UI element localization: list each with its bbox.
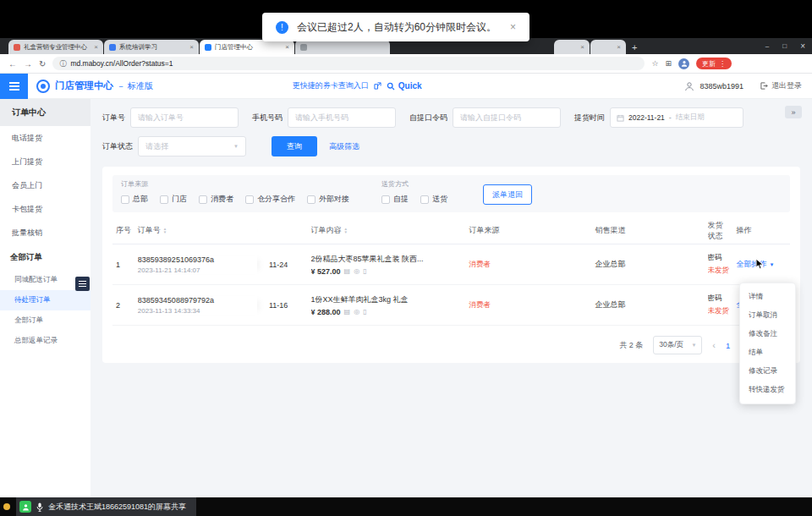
cell-ship-status: 密码 未发货 — [708, 253, 730, 276]
checkbox-delivery[interactable]: 送货 — [420, 194, 447, 205]
meeting-toast: ! 会议已超过2人，自动转为60分钟限时会议。 × — [262, 13, 529, 41]
site-info-icon[interactable]: ⓘ — [59, 59, 66, 69]
user-area: 8385wb1991 退出登录 — [684, 80, 812, 91]
username[interactable]: 8385wb1991 — [700, 82, 743, 91]
sidebar-item-phone-pickup[interactable]: 电话提货 — [0, 126, 91, 150]
sidebar-item-pending-orders[interactable]: 待处理订单 — [0, 290, 91, 310]
sort-icon[interactable]: ▲▼ — [163, 228, 167, 234]
checkbox-hq[interactable]: 总部 — [121, 194, 148, 205]
maximize-icon[interactable]: □ — [782, 42, 787, 50]
tab-close-icon[interactable]: × — [94, 43, 98, 51]
tab-close-icon[interactable]: × — [285, 43, 289, 51]
url-text: md.maboy.cn/AllOrder?status=1 — [70, 59, 173, 68]
sidebar-item-all-orders[interactable]: 全部订单 — [0, 310, 91, 331]
sidebar-item-member-visit[interactable]: 会员上门 — [0, 173, 91, 197]
delivery-method-label: 送货方式 — [381, 179, 447, 189]
header-order-content[interactable]: 订单内容 ▲▼ — [311, 225, 454, 236]
coupon-query-link[interactable]: 更快捷的券卡查询入口 — [293, 80, 369, 91]
main-content: » 订单号 手机号码 自提口令码 提货时间 — [91, 99, 812, 497]
sidebar-item-hq-return-records[interactable]: 总部返单记录 — [0, 331, 91, 351]
checkbox-warehouse-share[interactable]: 仓分享合作 — [245, 194, 295, 205]
logout-label: 退出登录 — [771, 80, 802, 91]
order-no: 83859345088979792a — [138, 296, 257, 305]
forward-icon[interactable]: → — [24, 59, 32, 69]
tab-mini-2[interactable]: × — [590, 40, 626, 54]
tab-store-center[interactable]: 门店管理中心 × — [200, 40, 294, 54]
tab-favicon — [109, 44, 116, 51]
advanced-filter-link[interactable]: 高级筛选 — [329, 141, 359, 152]
calendar-icon — [617, 114, 624, 122]
search-icon — [387, 82, 395, 91]
date-range-picker[interactable]: 2022-11-21 - 结束日期 — [610, 107, 743, 128]
date-start-value: 2022-11-21 — [628, 113, 665, 122]
header-order-source: 订单来源 — [453, 225, 588, 236]
pickup-code-label: 自提口令码 — [409, 113, 447, 124]
kebab-icon: ⋮ — [719, 60, 726, 68]
dispatch-return-button[interactable]: 派单退回 — [483, 184, 532, 205]
page-size-select[interactable]: 30条/页 ▼ — [653, 336, 702, 354]
ticket-icon: ◎ — [354, 267, 359, 275]
tab-close-icon[interactable]: × — [580, 43, 584, 51]
menu-item-close-order[interactable]: 结单 — [740, 343, 795, 362]
menu-toggle-button[interactable] — [0, 74, 28, 99]
current-page[interactable]: 1 — [726, 341, 730, 350]
tab-close-icon[interactable]: × — [617, 43, 621, 51]
tab-training[interactable]: 系统培训学习 × — [104, 40, 199, 54]
checkbox-consumer[interactable]: 消费者 — [199, 194, 233, 205]
extensions-icon[interactable]: ⊞ — [665, 59, 672, 68]
order-time: 2023-11-21 14:14:07 — [138, 266, 257, 274]
sidebar-section-all-orders[interactable]: 全部订单 — [0, 244, 91, 270]
tab-hidden[interactable] — [295, 40, 390, 54]
logout-button[interactable]: 退出登录 — [760, 80, 802, 91]
cell-order-no: 83859345088979792a 2023-11-13 14:33:34 — [138, 296, 257, 315]
close-window-icon[interactable]: × — [800, 41, 805, 51]
sidebar-item-batch-verify[interactable]: 批量核销 — [0, 221, 91, 244]
share-user-icon — [19, 501, 31, 513]
menu-item-cancel-order[interactable]: 订单取消 — [740, 306, 795, 325]
refresh-icon[interactable]: ↻ — [39, 59, 46, 69]
tab-mini-1[interactable]: × — [554, 40, 590, 54]
header-label: 订单号 — [138, 225, 161, 236]
pickup-code-input[interactable] — [453, 107, 561, 128]
prev-page-button[interactable]: ‹ — [712, 340, 716, 350]
update-button[interactable]: 更新 ⋮ — [696, 58, 732, 69]
checkbox-self-pickup[interactable]: 自提 — [381, 194, 409, 205]
checkbox-external[interactable]: 外部对接 — [307, 194, 349, 205]
order-status-select[interactable]: 请选择 ▼ — [138, 136, 246, 156]
minimize-icon[interactable]: – — [765, 42, 769, 50]
quick-link[interactable]: Quick — [398, 81, 422, 91]
menu-item-express-ship[interactable]: 转快递发货 — [740, 381, 795, 399]
back-icon[interactable]: ← — [8, 59, 17, 69]
toast-close-icon[interactable]: × — [510, 21, 516, 33]
sidebar-item-card-pickup[interactable]: 卡包提货 — [0, 197, 91, 221]
sidebar-collapse-button[interactable] — [75, 277, 90, 291]
menu-item-edit-history[interactable]: 修改记录 — [740, 362, 795, 381]
window-controls: – □ × — [765, 38, 805, 54]
order-no: 83859389251069376a — [138, 255, 257, 264]
tab-close-icon[interactable]: × — [189, 43, 194, 51]
bookmark-star-icon[interactable]: ☆ — [651, 59, 658, 68]
address-input[interactable]: ⓘ md.maboy.cn/AllOrder?status=1 — [52, 57, 645, 70]
menu-item-detail[interactable]: 详情 — [740, 288, 795, 306]
sort-icon[interactable]: ▲▼ — [344, 228, 348, 234]
order-no-input[interactable] — [130, 107, 239, 128]
phone-icon: ▯ — [363, 267, 366, 275]
new-tab-button[interactable]: + — [632, 42, 637, 52]
pickup-time-label: 提货时间 — [574, 113, 605, 124]
content-title: 2份精品大枣85苹果礼盒装 陕西... — [311, 254, 454, 265]
orders-card: 订单来源 总部 门店 消费者 仓分享合作 外部对接 送货方式 自提 — [102, 167, 800, 363]
sidebar-item-door-pickup[interactable]: 上门提货 — [0, 150, 91, 173]
header-ship-status: 发货状态 — [708, 220, 730, 242]
cell-pickup-date: 11-16 — [257, 301, 311, 310]
source-filter-strip: 订单来源 总部 门店 消费者 仓分享合作 外部对接 送货方式 自提 — [112, 175, 790, 212]
profile-avatar[interactable] — [678, 58, 689, 69]
panel-collapse-button[interactable]: » — [785, 106, 802, 118]
phone-input[interactable] — [288, 107, 396, 128]
menu-item-edit-note[interactable]: 修改备注 — [740, 325, 795, 343]
tab-gift-marketing[interactable]: 礼盒营销专业管理中心 × — [8, 40, 103, 54]
table-row: 2 83859345088979792a 2023-11-13 14:33:34… — [112, 285, 790, 326]
checkbox-store[interactable]: 门店 — [160, 194, 187, 205]
header-order-no[interactable]: 订单号 ▲▼ — [138, 225, 257, 236]
table-header-row: 序号 订单号 ▲▼ 订单内容 ▲▼ 订单来源 销售渠道 发货状态 操作 — [112, 217, 790, 244]
search-button[interactable]: 查询 — [272, 136, 317, 156]
